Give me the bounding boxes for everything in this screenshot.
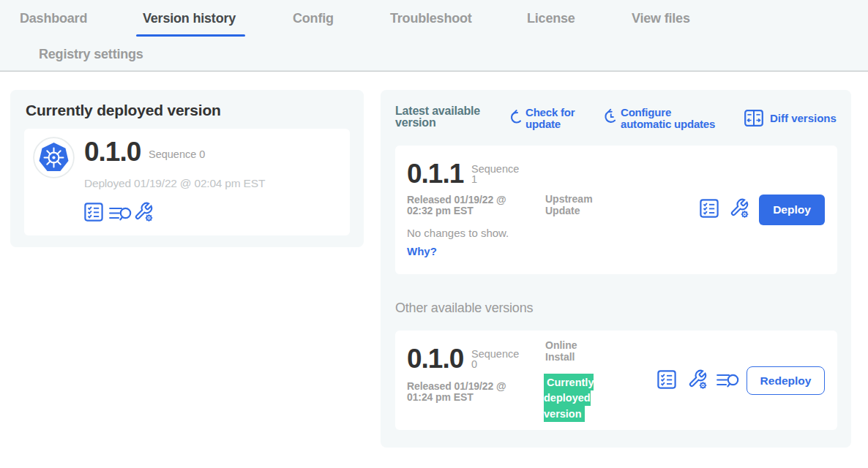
preflight-checks-icon[interactable] — [84, 203, 103, 224]
why-link[interactable]: Why? — [407, 245, 437, 257]
no-changes-text: No changes to show. — [407, 227, 509, 239]
check-for-update-link[interactable]: Check for update — [525, 107, 575, 130]
deployed-sequence-label: Sequence 0 — [149, 150, 205, 160]
tab-view-files[interactable]: View files — [632, 11, 690, 26]
edit-config-icon[interactable] — [687, 369, 708, 393]
other-version-source: Online Install — [545, 340, 618, 363]
diff-versions-icon[interactable] — [744, 110, 763, 129]
tab-registry-settings[interactable]: Registry settings — [39, 47, 143, 62]
latest-released-timestamp: Released 01/19/22 @ 02:32 pm EST — [407, 195, 517, 216]
latest-available-title: Latest available version — [395, 105, 512, 129]
deploy-logs-icon[interactable] — [109, 206, 132, 225]
deployed-timestamp: Deployed 01/19/22 @ 02:04 pm EST — [84, 177, 265, 190]
edit-config-icon[interactable] — [133, 201, 154, 225]
active-tab-underline — [136, 34, 245, 37]
deploy-button[interactable]: Deploy — [759, 195, 825, 225]
latest-version-source: Upstream Update — [545, 194, 618, 216]
tab-dashboard[interactable]: Dashboard — [20, 11, 87, 26]
preflight-checks-icon[interactable] — [700, 199, 719, 221]
check-for-update-icon[interactable] — [510, 109, 523, 128]
deployed-version-number: 0.1.0 — [84, 139, 141, 165]
other-sequence-label: Sequence 0 — [471, 350, 523, 369]
top-nav: Dashboard Version history Config Trouble… — [0, 0, 868, 72]
currently-deployed-badge: Currently deployed version — [544, 374, 601, 422]
currently-deployed-title: Currently deployed version — [26, 102, 221, 119]
other-released-timestamp: Released 01/19/22 @ 01:24 pm EST — [407, 381, 517, 403]
latest-version-number: 0.1.1 — [407, 161, 463, 187]
tab-license[interactable]: License — [527, 11, 575, 26]
tab-version-history[interactable]: Version history — [143, 11, 236, 26]
available-updates-section: Latest available version Check for updat… — [381, 90, 851, 448]
edit-config-icon[interactable] — [729, 197, 749, 222]
latest-sequence-label: Sequence 1 — [471, 165, 523, 184]
tab-troubleshoot[interactable]: Troubleshoot — [390, 11, 472, 26]
currently-deployed-section: Currently deployed version 0.1.0 Sequenc… — [10, 90, 364, 247]
tab-config[interactable]: Config — [293, 11, 334, 26]
kubernetes-app-icon — [33, 137, 75, 178]
latest-version-card: 0.1.1 Sequence 1 Released 01/19/22 @ 02:… — [395, 146, 837, 274]
preflight-checks-icon[interactable] — [657, 370, 676, 392]
deploy-logs-icon[interactable] — [717, 373, 739, 392]
other-available-versions-title: Other available versions — [395, 301, 533, 316]
configure-automatic-updates-icon[interactable] — [604, 108, 619, 128]
deployed-version-card: 0.1.0 Sequence 0 Deployed 01/19/22 @ 02:… — [24, 129, 350, 235]
diff-versions-link[interactable]: Diff versions — [770, 112, 837, 124]
other-version-number: 0.1.0 — [407, 346, 463, 372]
redeploy-button[interactable]: Redeploy — [747, 366, 825, 395]
configure-automatic-updates-link[interactable]: Configure automatic updates — [621, 107, 715, 130]
other-version-card: 0.1.0 Sequence 0 Released 01/19/22 @ 01:… — [395, 331, 837, 430]
